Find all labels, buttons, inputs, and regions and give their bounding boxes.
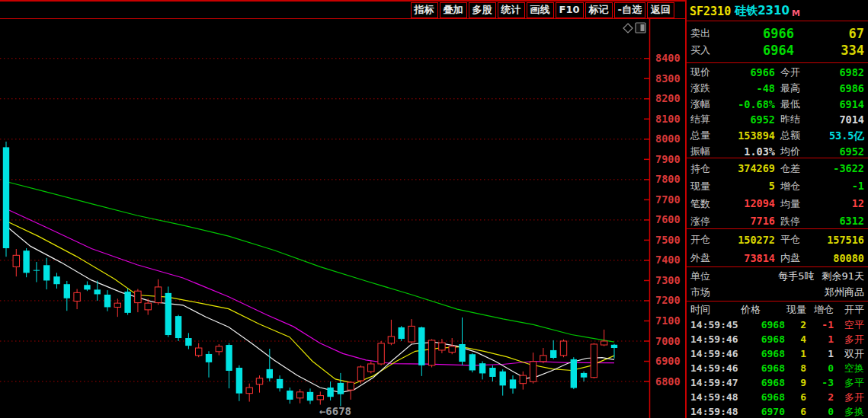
axis-label-8100: 8100 [655,113,681,125]
menu-button-叠加[interactable]: 叠加 [440,2,467,18]
candle-body-down [489,368,495,377]
tape-time: 14:59:48 [690,390,734,404]
tape-open-close-flag: 空平 [834,317,864,332]
ma-green-line [6,182,614,343]
candle-body-up [155,287,161,303]
tape-col-header-增仓: 增仓 [806,302,834,317]
quote-row-持仓: 持仓374269仓差-3622 [687,160,868,177]
tape-col-header-现量: 现量 [785,302,806,317]
label-今开: 今开 [775,65,813,81]
days-remaining: 剩余91天 [822,268,864,284]
value-持仓: 374269 [724,160,775,177]
tape-open-close-flag: 多开 [834,332,864,346]
menu-button-指标[interactable]: 指标 [411,2,438,18]
candle-body-down [510,379,516,388]
candle-body-up [530,362,536,382]
tape-volume: 1 [785,346,806,361]
axis-label-6900: 6900 [655,355,681,367]
value-涨停: 7716 [724,212,775,230]
axis-label-7500: 7500 [655,234,681,246]
tape-col-header-价格: 价格 [734,302,785,317]
axis-label-7700: 7700 [655,193,681,206]
candle-body-up [297,392,303,398]
axis-label-7800: 7800 [655,173,681,185]
menu-button-F10[interactable]: F10 [556,2,584,18]
quote-row-涨幅: 涨幅-0.68%最低6914 [687,97,868,113]
tape-volume: 9 [785,375,806,390]
label-现价: 现价 [690,65,724,81]
quote-row-外盘: 外盘73814内盘80080 [687,249,868,267]
value-均价: 6952 [813,144,864,160]
quote-row-结算: 结算6952昨结7014 [687,112,868,128]
candle-body-down [571,359,577,388]
axis-label-7100: 7100 [655,314,681,327]
tape-price: 6968 [734,390,785,404]
tape-position-change: 1 [806,332,834,346]
diamond-icon[interactable] [623,24,633,33]
quote-row-总量: 总量153894总额53.5亿 [687,128,868,144]
candle-body-up [357,367,364,381]
candle-body-down [64,284,70,298]
value-涨幅: -0.68% [724,97,775,113]
value-总额: 53.5亿 [813,128,864,144]
bid-price: 6964 [724,42,794,59]
candle-body-down [399,327,405,339]
menu-button-多股[interactable]: 多股 [469,2,496,18]
axis-label-7300: 7300 [655,274,681,286]
candle-body-up [368,364,374,372]
low-price-annotation: ←6678 [319,405,351,417]
tape-position-change: 0 [806,404,834,418]
candle-body-up [13,255,19,266]
tape-price: 6968 [734,332,785,346]
market-row: 市场 郑州商品 [687,284,868,300]
market-value: 郑州商品 [825,284,864,300]
unit-label: 单位 [690,268,710,284]
tape-volume: 6 [785,390,806,404]
candle-body-down [500,372,506,386]
menu-button-统计[interactable]: 统计 [498,2,525,18]
menu-button-标记[interactable]: 标记 [585,2,613,18]
tape-row: 14:59:46696841多开 [687,332,868,346]
candle-body-up [601,341,607,345]
candle-body-down [23,250,29,273]
candle-body-down [418,327,424,365]
candlestick-chart-area[interactable]: 8400830082008100800079007800770076007500… [0,19,685,418]
tape-open-close-flag: 多开 [834,390,864,404]
tape-row: 14:59:48696862多开 [687,390,868,404]
label-最低: 最低 [775,97,813,113]
menu-button--自选[interactable]: -自选 [614,2,645,18]
label-总量: 总量 [690,128,724,144]
candle-body-down [550,350,556,358]
menu-button-返回[interactable]: 返回 [647,2,674,18]
menu-button-画线[interactable]: 画线 [527,2,554,18]
label-增仓: 增仓 [775,177,813,195]
bid-volume: 334 [794,42,864,59]
value-笔数: 12094 [724,195,775,212]
tape-rows[interactable]: 14:59:4569682-1空平14:59:46696841多开14:59:4… [687,317,868,418]
quote-section-2: 持仓374269仓差-3622现量5增仓-1笔数12094均量12涨停7716跌… [687,158,868,229]
label-涨跌: 涨跌 [690,81,724,97]
tape-row: 14:59:46696880空换 [687,361,868,375]
axis-label-7400: 7400 [655,254,681,266]
spacer [710,268,778,284]
value-内盘: 80080 [813,249,864,267]
tape-header: 时间价格现量增仓开平 [687,302,868,317]
candle-body-down [124,292,130,313]
value-外盘: 73814 [724,249,775,267]
label-外盘: 外盘 [690,249,724,267]
tape-position-change: -3 [806,375,834,390]
value-涨跌: -48 [724,81,775,97]
label-最高: 最高 [775,81,813,97]
candle-body-down [34,270,40,271]
price-chart[interactable]: 8400830082008100800079007800770076007500… [0,19,685,418]
label-涨幅: 涨幅 [690,97,724,113]
tape-time: 14:59:48 [690,404,734,418]
instrument-name: 硅铁2310 [735,4,790,18]
axis-label-8300: 8300 [655,72,681,85]
candle-body-up [317,396,323,400]
tape-time: 14:59:47 [690,375,734,390]
tape-volume: 4 [785,332,806,346]
candle-body-up [560,341,566,356]
topbar: 指标叠加多股统计画线F10标记-自选返回 [0,2,685,19]
tape-row: 14:59:48697060多换 [687,404,868,418]
